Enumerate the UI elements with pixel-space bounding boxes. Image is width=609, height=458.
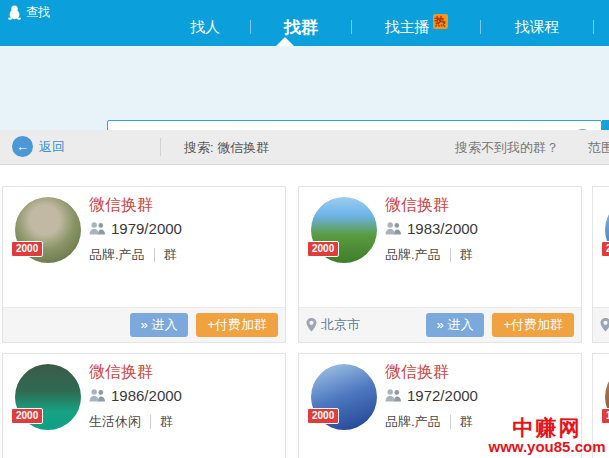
enter-group-button[interactable]: » 进入 (426, 313, 485, 337)
group-card: 2000 微信换群 1986/2000 生活休闲 群 (2, 353, 286, 458)
tab-find-course[interactable]: 找课程 (481, 18, 593, 37)
window-title: 查找 (8, 4, 50, 21)
member-count: 1983/2000 (407, 220, 478, 237)
capacity-badge: 2000 (11, 408, 43, 424)
category-divider (450, 248, 451, 262)
hot-icon: 热 (433, 14, 448, 29)
category-divider (450, 415, 451, 429)
category-label: 品牌.产品 (385, 413, 441, 431)
group-card: 2000 微信换群 1983/2000 品牌.产品 群 北京市 » 进入 (298, 186, 582, 343)
capacity-badge: 2000 (11, 241, 43, 257)
capacity-badge: 2000 (307, 408, 339, 424)
card-footer (593, 307, 609, 342)
qq-penguin-icon (8, 5, 21, 20)
capacity-badge: 2000 (307, 241, 339, 257)
window-title-label: 查找 (26, 4, 50, 21)
tab-bar: 找人 找群 找主播 热 找课程 (160, 14, 594, 40)
location-pin-icon (306, 318, 317, 332)
card-footer: » 进入 +付费加群 (3, 307, 285, 342)
group-title[interactable]: 微信换群 (89, 362, 153, 383)
location-label: 北京市 (321, 316, 360, 334)
member-count-row: 1986/2000 (89, 387, 182, 404)
type-label: 群 (164, 246, 177, 264)
type-label: 群 (460, 413, 473, 431)
category-label: 品牌.产品 (385, 246, 441, 264)
members-icon (89, 389, 106, 402)
category-row: 品牌.产品 群 (385, 413, 473, 431)
header-bar: 查找 找人 找群 找主播 热 找课程 (0, 0, 609, 46)
paid-join-button[interactable]: +付费加群 (196, 313, 278, 337)
enter-group-button[interactable]: » 进入 (130, 313, 189, 337)
member-count-row: 1979/2000 (89, 220, 182, 237)
group-card: 2000 微信换群 1979/2000 品牌.产品 群 » 进入 +付费加群 (2, 186, 286, 343)
paid-join-button[interactable]: +付费加群 (492, 313, 574, 337)
card-footer: 北京市 » 进入 +付费加群 (299, 307, 581, 342)
category-row: 品牌.产品 群 (89, 246, 177, 264)
location-row (600, 318, 609, 332)
capacity-badge: 1000 (601, 408, 609, 424)
group-title[interactable]: 微信换群 (89, 195, 153, 216)
back-label: 返回 (39, 138, 65, 156)
member-count: 1972/2000 (407, 387, 478, 404)
type-label: 群 (160, 413, 173, 431)
toolbar-divider (160, 138, 161, 156)
group-title[interactable]: 微信换群 (385, 362, 449, 383)
type-label: 群 (460, 246, 473, 264)
active-tab-pointer (276, 37, 294, 46)
tab-find-streamer[interactable]: 找主播 热 (352, 18, 480, 37)
member-count: 1986/2000 (111, 387, 182, 404)
group-card-partial: 2000 (592, 186, 609, 343)
location-pin-icon (600, 318, 609, 332)
result-toolbar: ← 返回 搜索: 微信换群 搜索不到我的群？ 范围 (0, 130, 609, 165)
tab-find-group[interactable]: 找群 (251, 16, 351, 39)
search-summary: 搜索: 微信换群 (184, 139, 269, 157)
category-label: 品牌.产品 (89, 246, 145, 264)
members-icon (385, 222, 402, 235)
member-count: 1979/2000 (111, 220, 182, 237)
category-divider (150, 415, 151, 429)
group-card-partial: 1000 (592, 353, 609, 458)
tab-find-people[interactable]: 找人 (160, 18, 250, 37)
search-panel: 微信换群 ✕ (0, 46, 609, 130)
category-row: 品牌.产品 群 (385, 246, 473, 264)
group-card: 2000 微信换群 1972/2000 品牌.产品 群 (298, 353, 582, 458)
range-link[interactable]: 范围 (588, 139, 609, 157)
member-count-row: 1983/2000 (385, 220, 478, 237)
category-divider (154, 248, 155, 262)
tab-separator (593, 20, 594, 34)
members-icon (89, 222, 106, 235)
back-button[interactable]: ← 返回 (12, 136, 65, 157)
capacity-badge: 2000 (601, 241, 609, 257)
back-arrow-icon: ← (12, 136, 33, 157)
category-label: 生活休闲 (89, 413, 141, 431)
category-row: 生活休闲 群 (89, 413, 173, 431)
group-title[interactable]: 微信换群 (385, 195, 449, 216)
members-icon (385, 389, 402, 402)
location-row: 北京市 (306, 316, 360, 334)
member-count-row: 1972/2000 (385, 387, 478, 404)
cant-find-group-link[interactable]: 搜索不到我的群？ (455, 139, 559, 157)
